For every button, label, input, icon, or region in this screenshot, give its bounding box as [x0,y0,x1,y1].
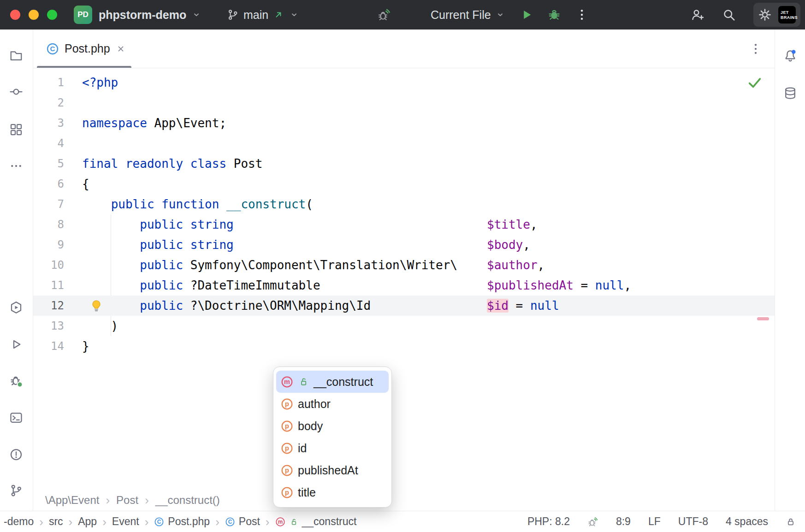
php-version[interactable]: PHP: 8.2 [527,515,570,528]
code-param: $title, [487,214,538,235]
status-right: PHP: 8.2 8:9 LF UTF-8 4 spaces [527,515,796,528]
tab-post-php[interactable]: C Post.php [33,30,135,68]
chevron-down-icon [495,9,506,20]
completion-item-title[interactable]: ptitle [276,481,389,503]
breadcrumb-item[interactable]: Post [116,494,138,507]
code-line-4[interactable]: 4 [33,133,775,154]
toolwindow-database-button[interactable] [780,83,800,103]
status-breadcrumb: -demo›src›App›Event›CPost.php›CPost›m__c… [4,515,356,528]
svg-text:m: m [278,519,283,525]
code-line-1[interactable]: 1<?php [33,72,775,93]
toolwindow-project-button[interactable] [6,46,26,66]
status-path-item[interactable]: m__construct [275,515,357,528]
status-path-item[interactable]: Event [112,515,139,528]
code-text: public ?DateTimeImmutable [82,275,320,296]
line-number: 4 [33,133,64,154]
tab-options-icon[interactable] [749,42,763,56]
run-config-selector[interactable]: Current File [431,8,506,22]
settings-group[interactable]: JET BRAINS [753,3,800,27]
toolwindow-problems-button[interactable] [6,444,26,465]
code-text: namespace App\Event; [82,113,226,133]
svg-text:p: p [285,400,289,408]
editor[interactable]: 1<?php23namespace App\Event;45final read… [33,68,775,490]
settings-gear-icon[interactable] [758,8,772,22]
breadcrumb-item[interactable]: __construct() [155,494,220,507]
code-line-3[interactable]: 3namespace App\Event; [33,113,775,133]
more-tool-windows-icon [9,159,23,173]
code-line-13[interactable]: 13 ) [33,316,775,336]
database-icon [783,86,797,100]
toolwindow-debug-button[interactable] [6,371,26,391]
line-number: 7 [33,194,64,214]
svg-text:C: C [157,519,161,525]
toolwindow-commit-button[interactable] [6,82,26,102]
method-icon: m [281,376,293,388]
more-actions-button[interactable] [575,8,589,22]
status-path-item[interactable]: App [78,515,97,528]
close-tab-icon[interactable] [116,44,126,54]
code-line-7[interactable]: 7 public function __construct( [33,194,775,214]
completion-label: publishedAt [298,464,358,477]
toolwindow-structure-button[interactable] [6,119,26,140]
status-path-label: Post.php [168,515,210,528]
search-everywhere-button[interactable] [722,8,736,22]
title-bar: PD phpstorm-demo main Current File JET B… [0,0,805,30]
toolwindow-services-button[interactable] [6,297,26,318]
completion-item-publishedAt[interactable]: ppublishedAt [276,459,389,481]
property-icon: p [281,398,293,410]
code-line-10[interactable]: 10 public Symfony\Component\Translation\… [33,255,775,275]
line-separator[interactable]: LF [648,515,661,528]
minimize-window-button[interactable] [29,10,39,20]
completion-item-body[interactable]: pbody [276,415,389,437]
status-path-label: Event [112,515,139,528]
toolwindow-run-button[interactable] [6,334,26,355]
svg-text:p: p [285,489,289,496]
completion-item-__construct[interactable]: m__construct [276,371,389,393]
run-button[interactable] [520,8,533,22]
debug-button[interactable] [547,8,561,22]
toolwindow-terminal-button[interactable] [6,408,26,428]
debug-listener-status-icon[interactable] [587,516,598,527]
code-line-12[interactable]: 12 public ?\Doctrine\ORM\Mapping\Id$id =… [33,296,775,316]
code-line-11[interactable]: 11 public ?DateTimeImmutable$publishedAt… [33,275,775,296]
status-path-item[interactable]: CPost.php [154,515,210,528]
code-text: final readonly class Post [82,154,262,174]
toolwindow-more-tool-windows-button[interactable] [6,156,26,176]
debug-icon [9,374,23,388]
status-path-item[interactable]: src [49,515,63,528]
jetbrains-logo: JET BRAINS [778,6,796,24]
line-number: 11 [33,275,64,296]
write-lock-icon[interactable] [786,517,796,527]
method-icon: m [275,517,285,527]
debug-listener-icon[interactable] [377,8,391,22]
indent-setting[interactable]: 4 spaces [726,515,768,528]
caret-position[interactable]: 8:9 [616,515,631,528]
code-lines: 1<?php23namespace App\Event;45final read… [33,72,775,356]
svg-text:p: p [285,422,289,430]
completion-item-id[interactable]: pid [276,437,389,459]
property-icon: p [281,464,293,477]
code-line-8[interactable]: 8 public string$title, [33,214,775,235]
line-number: 2 [33,93,64,113]
status-path-item[interactable]: -demo [4,515,34,528]
inspections-ok-icon[interactable] [747,75,763,90]
vcs-widget[interactable]: main [227,0,300,30]
code-line-6[interactable]: 6{ [33,174,775,194]
breadcrumb-item[interactable]: \App\Event [45,494,99,507]
code-line-14[interactable]: 14} [33,336,775,356]
file-encoding[interactable]: UTF-8 [678,515,708,528]
status-path-label: -demo [4,515,34,528]
status-path-item[interactable]: CPost [225,515,260,528]
code-line-9[interactable]: 9 public string$body, [33,235,775,255]
project-widget[interactable]: PD phpstorm-demo [74,0,202,30]
toolwindow-version-control-button[interactable] [6,480,26,501]
code-line-5[interactable]: 5final readonly class Post [33,154,775,174]
zoom-window-button[interactable] [47,10,57,20]
status-bar: -demo›src›App›Event›CPost.php›CPost›m__c… [0,511,805,532]
code-with-me-button[interactable] [691,8,704,22]
close-window-button[interactable] [10,10,20,20]
code-line-2[interactable]: 2 [33,93,775,113]
completion-item-author[interactable]: pauthor [276,393,389,415]
toolwindow-notifications-button[interactable] [780,46,800,66]
push-arrow-icon [273,9,284,20]
